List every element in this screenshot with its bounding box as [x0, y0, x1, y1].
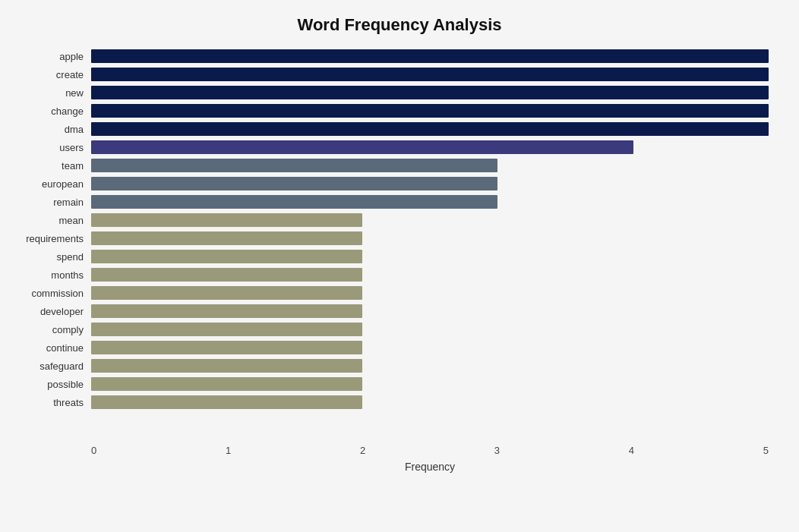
bar-track [91, 304, 769, 318]
bar-label: european [8, 178, 91, 190]
bar-label: new [8, 87, 91, 99]
bar-fill [91, 395, 362, 409]
bar-fill [91, 195, 497, 209]
bar-fill [91, 323, 362, 336]
bar-track [91, 140, 769, 154]
bar-row: create [91, 65, 769, 83]
bar-track [91, 104, 769, 118]
bar-fill [91, 213, 362, 227]
bar-row: new [91, 83, 769, 102]
x-axis-label: Frequency [91, 461, 769, 473]
bar-track [91, 68, 769, 81]
x-tick: 1 [226, 445, 231, 456]
x-tick: 3 [494, 445, 500, 456]
bar-row: apple [91, 47, 769, 65]
bar-label: threats [8, 397, 91, 408]
bar-fill [91, 68, 769, 81]
bar-fill [91, 104, 769, 118]
chart-title: Word Frequency Analysis [30, 15, 769, 35]
bar-fill [91, 377, 362, 391]
x-tick: 2 [360, 445, 365, 456]
bar-label: comply [8, 324, 91, 335]
bar-row: commission [91, 284, 769, 302]
bar-label: continue [8, 342, 91, 354]
bar-label: apple [8, 51, 91, 62]
x-tick: 4 [629, 445, 634, 456]
bar-row: remain [91, 193, 769, 211]
bar-fill [91, 140, 633, 154]
bar-track [91, 231, 769, 245]
bar-label: developer [8, 306, 91, 317]
bar-fill [91, 359, 362, 373]
bar-track [91, 177, 769, 190]
chart-area: applecreatenewchangedmausersteameuropean… [91, 47, 769, 473]
bar-row: possible [91, 375, 769, 393]
bar-fill [91, 49, 769, 63]
chart-container: Word Frequency Analysis applecreatenewch… [0, 0, 799, 532]
bar-row: comply [91, 320, 769, 338]
bar-label: safeguard [8, 360, 91, 372]
bar-track [91, 159, 769, 172]
bar-label: commission [8, 288, 91, 299]
bar-label: users [8, 142, 91, 153]
bar-label: change [8, 105, 91, 117]
bar-track [91, 323, 769, 336]
bar-track [91, 268, 769, 282]
bar-row: months [91, 266, 769, 284]
bar-row: developer [91, 302, 769, 320]
bar-row: change [91, 102, 769, 120]
bar-row: requirements [91, 229, 769, 247]
bar-row: european [91, 175, 769, 193]
bar-row: users [91, 138, 769, 156]
bar-track [91, 286, 769, 300]
bar-fill [91, 286, 362, 300]
bar-track [91, 341, 769, 354]
bar-label: remain [8, 197, 91, 208]
bar-label: mean [8, 215, 91, 226]
bar-fill [91, 341, 362, 354]
bar-fill [91, 231, 362, 245]
bar-fill [91, 304, 362, 318]
bar-label: months [8, 269, 91, 281]
bar-label: spend [8, 251, 91, 263]
bars-section: applecreatenewchangedmausersteameuropean… [91, 47, 769, 411]
bar-label: team [8, 160, 91, 172]
bar-row: mean [91, 211, 769, 229]
bar-track [91, 213, 769, 227]
bar-label: requirements [8, 233, 91, 244]
bar-fill [91, 122, 769, 136]
bar-row: continue [91, 338, 769, 357]
bar-row: spend [91, 247, 769, 266]
bar-track [91, 122, 769, 136]
x-tick: 5 [763, 445, 769, 456]
gridline [769, 47, 769, 440]
bar-fill [91, 250, 362, 263]
bar-row: team [91, 156, 769, 175]
bar-track [91, 377, 769, 391]
bar-label: possible [8, 379, 91, 390]
bar-label: create [8, 69, 91, 80]
bar-fill [91, 177, 497, 190]
bar-row: threats [91, 393, 769, 411]
bar-track [91, 86, 769, 99]
bar-fill [91, 268, 362, 282]
bar-track [91, 49, 769, 63]
bar-track [91, 250, 769, 263]
bar-track [91, 395, 769, 409]
x-ticks: 012345 [91, 445, 769, 456]
bar-label: dma [8, 124, 91, 135]
bar-track [91, 359, 769, 373]
bar-row: safeguard [91, 357, 769, 375]
x-tick: 0 [91, 445, 96, 456]
bar-fill [91, 159, 497, 172]
bar-track [91, 195, 769, 209]
bar-fill [91, 86, 769, 99]
bar-row: dma [91, 120, 769, 138]
bars-wrapper: applecreatenewchangedmausersteameuropean… [91, 47, 769, 440]
